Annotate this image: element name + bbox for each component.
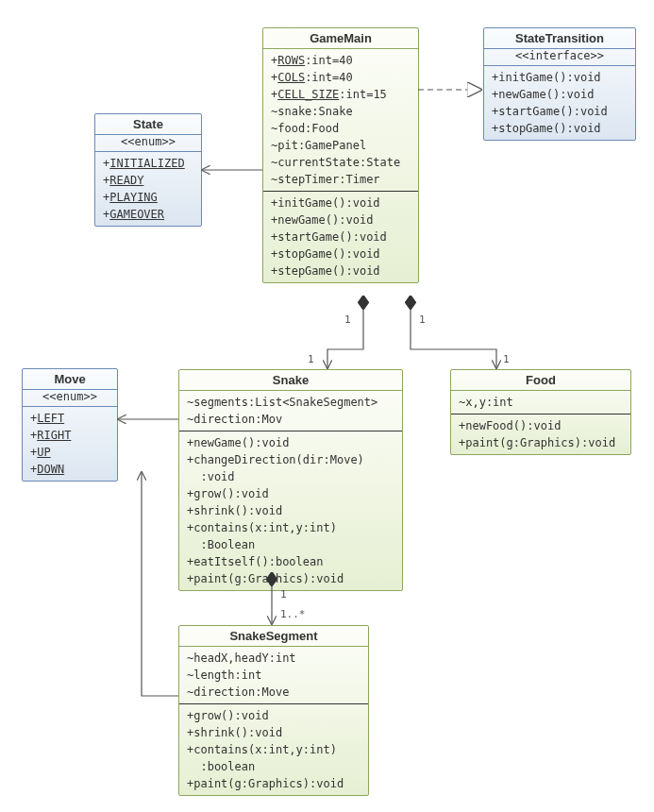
class-move: Move <<enum>> +LEFT+RIGHT+UP+DOWN (22, 368, 118, 482)
class-title: SnakeSegment (179, 626, 368, 647)
stereotype: <<enum>> (23, 390, 117, 407)
mult-label: 1..* (280, 608, 306, 620)
class-gamemain: GameMain +ROWS:int=40+COLS:int=40+CELL_S… (262, 27, 419, 283)
mult-label: 1 (344, 313, 351, 326)
literals: +INITIALIZED+READY+PLAYING+GAMEOVER (95, 152, 201, 226)
class-title: StateTransition (484, 28, 635, 49)
operations: +initGame():void+newGame():void+startGam… (263, 191, 418, 282)
mult-label: 1 (280, 588, 287, 601)
operations: +newFood():void+paint(g:Graphics):void (451, 414, 630, 454)
mult-label: 1 (419, 313, 426, 326)
class-title: Snake (179, 370, 402, 391)
mult-label: 1 (503, 353, 510, 365)
mult-label: 1 (308, 353, 314, 365)
attributes: ~headX,headY:int~length:int~direction:Mo… (179, 647, 368, 703)
class-state: State <<enum>> +INITIALIZED+READY+PLAYIN… (94, 113, 202, 227)
class-title: State (95, 114, 201, 135)
class-food: Food ~x,y:int +newFood():void+paint(g:Gr… (450, 369, 631, 455)
class-statetransition: StateTransition <<interface>> +initGame(… (483, 27, 636, 141)
class-snakesegment: SnakeSegment ~headX,headY:int~length:int… (178, 625, 369, 796)
attributes: ~segments:List<SnakeSegment>~direction:M… (179, 391, 402, 431)
operations: +initGame():void+newGame():void+startGam… (484, 66, 635, 140)
stereotype: <<interface>> (484, 49, 635, 66)
stereotype: <<enum>> (95, 135, 201, 152)
class-title: Move (23, 369, 117, 390)
class-title: GameMain (263, 28, 418, 49)
class-snake: Snake ~segments:List<SnakeSegment>~direc… (178, 369, 403, 591)
operations: +grow():void+shrink():void+contains(x:in… (179, 703, 368, 795)
operations: +newGame():void+changeDirection(dir:Move… (179, 431, 402, 590)
attributes: ~x,y:int (451, 391, 630, 414)
literals: +LEFT+RIGHT+UP+DOWN (23, 407, 117, 481)
class-title: Food (451, 370, 630, 391)
attributes: +ROWS:int=40+COLS:int=40+CELL_SIZE:int=1… (263, 49, 418, 191)
